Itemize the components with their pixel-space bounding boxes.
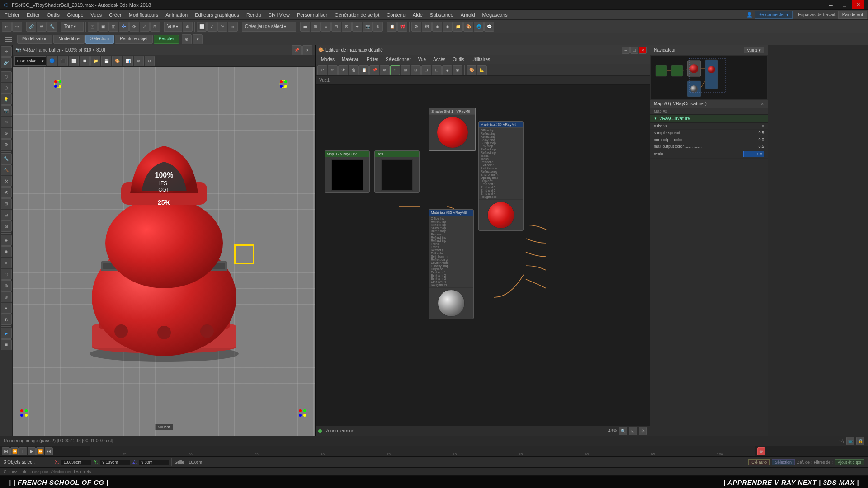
- lt-select-btn[interactable]: ✛: [1, 46, 12, 57]
- redo-btn[interactable]: ↪: [12, 22, 22, 32]
- vfb-tool-2[interactable]: ⬛: [58, 56, 68, 66]
- vfb-tool-5[interactable]: 📁: [90, 56, 100, 66]
- select-and-move-btn[interactable]: ✛: [119, 22, 129, 32]
- timeline-btn-1[interactable]: ⏮: [2, 447, 10, 455]
- mat-tool-1[interactable]: ↩: [317, 65, 327, 75]
- timeline-btn-6[interactable]: ⏭: [45, 447, 53, 455]
- maximize-btn[interactable]: □: [838, 0, 851, 9]
- zoom-fit-btn[interactable]: ⊡: [629, 427, 637, 435]
- node-map0-vray[interactable]: Map 0 - VRayCurv...: [325, 150, 370, 193]
- timeline-btn-3[interactable]: ⏸: [19, 447, 27, 455]
- named-selection-dropdown[interactable]: Créer jeu de sélect▾: [242, 22, 296, 32]
- workspace-dropdown[interactable]: Par défaut: [838, 11, 867, 19]
- vfb-tool-10[interactable]: ⊗: [145, 56, 155, 66]
- undo-btn[interactable]: ↩: [2, 22, 12, 32]
- ribbon-btn[interactable]: 🎀: [397, 22, 407, 32]
- menu-creer[interactable]: Créer: [105, 12, 125, 18]
- use-pivot-btn[interactable]: ⊕: [183, 22, 193, 32]
- lt-sub2-btn[interactable]: ◉: [1, 246, 12, 257]
- timeline-btn-5[interactable]: ⏩: [36, 447, 44, 455]
- lt-space-btn[interactable]: ⊗: [1, 128, 12, 139]
- zoom-settings-btn[interactable]: ⚙: [639, 427, 647, 435]
- lt-sub8-btn[interactable]: ◐: [1, 314, 12, 325]
- lt-sub3-btn[interactable]: ◊: [1, 258, 12, 268]
- color-mode-dropdown[interactable]: RGB color▾: [14, 56, 46, 66]
- node-shader-slot[interactable]: Shader Slot 1 - VRayMtl: [429, 108, 476, 151]
- render-msg-btn[interactable]: 💬: [484, 22, 494, 32]
- place-highlight-btn[interactable]: ✦: [352, 22, 362, 32]
- menu-civil[interactable]: Civil View: [264, 12, 293, 18]
- media-mgr-btn[interactable]: 📁: [453, 22, 463, 32]
- mat-tool-13[interactable]: ◈: [442, 65, 452, 75]
- mode-peinture[interactable]: Peinture objet: [115, 35, 153, 44]
- select-link-btn[interactable]: 🔗: [26, 22, 36, 32]
- mat-tool-2[interactable]: ✏: [328, 65, 338, 75]
- render-frame-btn[interactable]: 🖼: [422, 22, 432, 32]
- angle-snap-btn[interactable]: ∠: [207, 22, 217, 32]
- select-rotate-btn[interactable]: ⟳: [129, 22, 139, 32]
- timeline-btn-2[interactable]: ⏪: [10, 447, 19, 455]
- vfb-pin-btn[interactable]: 📌: [292, 45, 302, 55]
- lt-helper-btn[interactable]: ⊕: [1, 117, 12, 127]
- select-filter-dropdown[interactable]: Tout ▾: [61, 22, 84, 32]
- render-in-view-btn[interactable]: ◉: [443, 22, 453, 32]
- menu-arnold[interactable]: Arnold: [457, 12, 479, 18]
- menu-groupe[interactable]: Groupe: [63, 12, 87, 18]
- vfb-tool-9[interactable]: ⊕: [134, 56, 144, 66]
- mat-tool-3[interactable]: 👁: [338, 65, 348, 75]
- node-mat35-lower[interactable]: Matériau #35 VRayMtl Office InpReflect i…: [429, 209, 474, 319]
- mat-tool-6[interactable]: 📌: [369, 65, 379, 75]
- extra-tool-1[interactable]: ⊕: [182, 34, 192, 44]
- mode-peupler[interactable]: Peupler: [154, 35, 179, 44]
- mat-menu-utilitaires[interactable]: Utilitaires: [468, 57, 494, 62]
- vfb-tool-8[interactable]: 📊: [123, 56, 133, 66]
- minimize-btn[interactable]: –: [825, 0, 837, 9]
- lt-sub6-btn[interactable]: ◎: [1, 291, 12, 302]
- mat-explorer-btn[interactable]: 🎨: [463, 22, 473, 32]
- menu-editeurs[interactable]: Editeurs graphiques: [191, 12, 243, 18]
- quick-align-btn[interactable]: ⊟: [331, 22, 341, 32]
- select-obj-btn[interactable]: ⊡: [88, 22, 98, 32]
- lt-mod6-btn[interactable]: ⊟: [1, 210, 12, 221]
- lt-mod3-btn[interactable]: ⚒: [1, 176, 12, 187]
- menu-animation[interactable]: Animation: [162, 12, 191, 18]
- mat-menu-editer[interactable]: Editer: [363, 57, 382, 62]
- mat-menu-materiau[interactable]: Matériau: [338, 57, 363, 62]
- lt-mod2-btn[interactable]: 🔨: [1, 164, 12, 175]
- close-btn[interactable]: ✕: [852, 0, 864, 9]
- menu-vues[interactable]: Vues: [87, 12, 106, 18]
- lt-sub5-btn[interactable]: ◍: [1, 280, 12, 291]
- select-manip-btn[interactable]: ⊞: [150, 22, 160, 32]
- window-cross-btn[interactable]: ◫: [108, 22, 118, 32]
- lt-mod5-btn[interactable]: ⊞: [1, 198, 12, 209]
- lt-mod7-btn[interactable]: ⊠: [1, 221, 12, 232]
- mat-menu-outils[interactable]: Outils: [449, 57, 468, 62]
- menu-modificateurs[interactable]: Modificateurs: [125, 12, 162, 18]
- menu-outils[interactable]: Outils: [43, 12, 63, 18]
- mat-menu-selectionner[interactable]: Sélectionner: [382, 57, 415, 62]
- node-refl[interactable]: Réfl.: [374, 150, 420, 193]
- mat-tool-12[interactable]: ⊡: [432, 65, 442, 75]
- menu-megascans[interactable]: Megascans: [479, 12, 511, 18]
- node-mat35[interactable]: Matériau #35 VRayMtl Office InpReflect i…: [478, 121, 524, 231]
- menu-rendu[interactable]: Rendu: [243, 12, 264, 18]
- lt-mod1-btn[interactable]: 🔧: [1, 153, 12, 164]
- render-setup-btn[interactable]: ⚙: [411, 22, 421, 32]
- vfb-tool-7[interactable]: 🎨: [112, 56, 122, 66]
- menu-contenu[interactable]: Contenu: [383, 12, 409, 18]
- lt-render2-btn[interactable]: ⏹: [1, 339, 12, 350]
- mat-minimize-btn[interactable]: –: [622, 47, 630, 54]
- menu-substance[interactable]: Substance: [426, 12, 457, 18]
- mirror-btn[interactable]: ⇌: [300, 22, 310, 32]
- menu-editer[interactable]: Editer: [23, 12, 43, 18]
- vfb-tool-6[interactable]: 💾: [101, 56, 111, 66]
- lt-geo-btn[interactable]: ⬡: [1, 71, 12, 82]
- mode-selection[interactable]: Sélection: [85, 35, 114, 44]
- layer-mgr-btn[interactable]: 📋: [387, 22, 397, 32]
- node-canvas[interactable]: Map 0 - VRayCurv... Réfl. Shader Slot 1 …: [316, 85, 650, 436]
- zoom-search-btn[interactable]: 🔍: [619, 427, 627, 435]
- align-camera-btn[interactable]: 📷: [363, 22, 373, 32]
- timeline-btn-4[interactable]: ▶: [28, 447, 36, 455]
- lt-sub4-btn[interactable]: ◌: [1, 269, 12, 280]
- refcoord-dropdown[interactable]: Vue▾: [164, 22, 182, 32]
